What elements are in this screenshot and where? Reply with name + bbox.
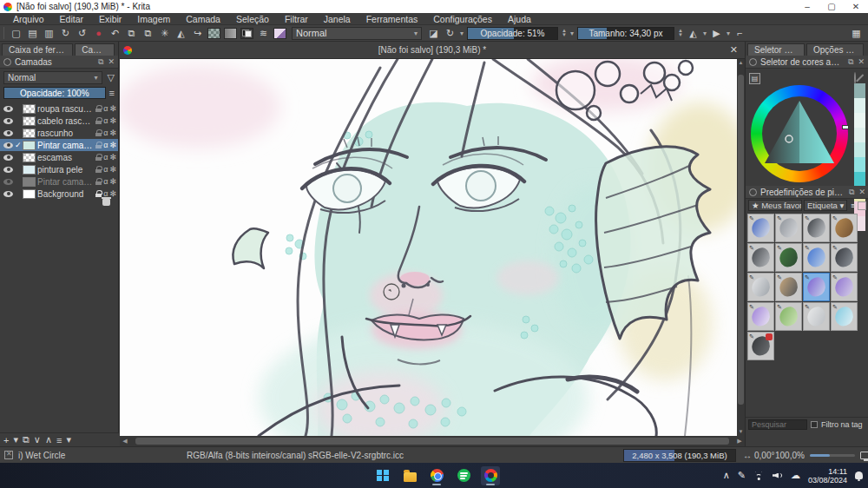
color-history-swatch[interactable]	[854, 113, 865, 128]
layer-row[interactable]: ✓ Pintar camad... α ✻	[0, 139, 118, 151]
scroll-left-icon[interactable]: ◀	[120, 438, 130, 445]
list-view-icon[interactable]: ≡	[851, 201, 856, 210]
menu-item[interactable]: Ajuda	[500, 14, 539, 24]
layer-visibility-eye-icon[interactable]	[3, 130, 13, 136]
brush-preset[interactable]: ✎	[831, 273, 858, 301]
brush-preset[interactable]: ✎	[747, 302, 774, 331]
layer-visibility-eye-icon[interactable]	[3, 155, 13, 161]
brush-preset[interactable]: ✎	[747, 243, 774, 272]
menu-item[interactable]: Ferramentas	[358, 14, 426, 24]
layer-action-button[interactable]: ∧	[45, 434, 52, 445]
docker-lock-icon[interactable]	[3, 58, 11, 66]
layer-visibility-eye-icon[interactable]	[3, 142, 13, 148]
menu-item[interactable]: Janela	[316, 14, 358, 24]
layer-properties-icon[interactable]: ✻	[109, 165, 116, 174]
favorites-filter-button[interactable]: ★ Meus favor ▾	[748, 200, 802, 211]
chevron-down-icon[interactable]: ▾	[703, 30, 707, 37]
opacity-slider[interactable]: Opacidade: 51%	[467, 27, 558, 40]
close-docker-icon[interactable]: ✕	[108, 57, 115, 67]
layer-action-button[interactable]: +	[3, 435, 9, 445]
vertical-scroll-thumb[interactable]	[738, 75, 744, 405]
layer-action-button[interactable]: ▾	[66, 434, 71, 445]
layer-blend-mode-select[interactable]: Normal ▾	[3, 71, 102, 84]
toolbar-icon[interactable]: ↻	[57, 26, 74, 40]
layer-visibility-eye-icon[interactable]	[3, 118, 13, 124]
layer-thumbnail[interactable]	[23, 177, 36, 187]
brush-preset[interactable]: ✎	[803, 214, 830, 242]
alpha-lock-icon[interactable]: α	[103, 165, 108, 174]
no-color-icon[interactable]	[854, 72, 856, 84]
wifi-icon[interactable]	[753, 472, 765, 480]
scroll-up-icon[interactable]: ▲	[737, 59, 745, 67]
horizontal-mirror-icon[interactable]: ◭	[685, 26, 701, 40]
layer-row[interactable]: ✓ rascunho α ✻	[0, 127, 118, 139]
toolbar-icon[interactable]: ↺	[74, 26, 90, 40]
layer-lock-icon[interactable]	[95, 129, 102, 136]
color-history-swatch[interactable]	[854, 98, 865, 113]
dock-tab[interactable]: Seletor de cores ...	[747, 43, 805, 56]
close-docker-icon[interactable]: ✕	[858, 57, 865, 67]
brush-preset[interactable]: ✎	[747, 214, 774, 242]
alpha-lock-icon[interactable]: α	[103, 129, 108, 137]
close-tab-icon[interactable]: ✕	[723, 44, 745, 56]
menu-item[interactable]: Imagem	[129, 14, 178, 24]
chevron-down-icon[interactable]: ▾	[570, 30, 574, 37]
reload-preset-icon[interactable]: ↻	[442, 26, 458, 40]
layer-visibility-eye-icon[interactable]	[3, 106, 13, 112]
menu-item[interactable]: Camada	[178, 14, 228, 24]
layer-thumbnail[interactable]	[23, 165, 36, 175]
layer-visibility-eye-icon[interactable]	[3, 167, 13, 173]
layer-lock-icon[interactable]	[95, 190, 102, 197]
gradient-chooser-icon[interactable]	[224, 28, 237, 39]
layer-properties-icon[interactable]: ✻	[109, 104, 116, 113]
color-history-swatch[interactable]	[854, 128, 865, 142]
blend-mode-select[interactable]: Normal ▾	[292, 27, 422, 40]
eraser-mode-icon[interactable]: ◪	[425, 26, 442, 40]
horizontal-scrollbar[interactable]: ◀ ▶	[120, 436, 745, 446]
brush-preset[interactable]: ✎	[831, 243, 858, 272]
toolbar-icon[interactable]: ▤	[24, 26, 41, 40]
alpha-lock-icon[interactable]: α	[103, 141, 108, 149]
toolbar-icon[interactable]: ⧉	[123, 26, 140, 40]
menu-item[interactable]: Arquivo	[5, 14, 52, 24]
layer-options-icon[interactable]: ≡	[109, 88, 115, 98]
scroll-right-icon[interactable]: ▶	[734, 438, 745, 445]
wrap-around-icon[interactable]: ▶	[708, 26, 725, 40]
filter-funnel-icon[interactable]: ▽	[108, 72, 115, 83]
menu-item[interactable]: Exibir	[91, 14, 129, 24]
brush-preset[interactable]: ✎	[775, 214, 802, 242]
float-docker-icon[interactable]: ⧉	[848, 57, 853, 67]
size-spinner[interactable]: ▲▼	[678, 29, 683, 37]
opacity-spinner[interactable]: ▲▼	[562, 29, 567, 37]
layer-lock-icon[interactable]	[95, 142, 102, 148]
maximize-button[interactable]: ▢	[819, 2, 844, 11]
layer-row[interactable]: ✓ escamas α ✻	[0, 151, 118, 163]
tag-filter-button[interactable]: Etiqueta ▾	[804, 200, 847, 211]
rotation-icon[interactable]: ↔	[743, 451, 752, 460]
layer-thumbnail[interactable]	[23, 116, 36, 126]
grid-view-icon[interactable]	[858, 201, 866, 210]
alpha-lock-icon[interactable]: α	[103, 116, 108, 125]
layer-action-button[interactable]: ▾	[13, 434, 18, 445]
pen-icon[interactable]: ✎	[738, 470, 746, 481]
color-history-swatch[interactable]	[854, 83, 865, 98]
layer-row[interactable]: ✓ pintura pele α ✻	[0, 163, 118, 175]
edit-brush-settings-icon[interactable]	[273, 28, 286, 39]
layer-opacity-slider[interactable]: Opacidade: 100%	[3, 87, 106, 99]
dock-tab[interactable]: Opções da fe...	[806, 43, 864, 56]
vertical-scrollbar[interactable]: ▲ ▼	[737, 59, 745, 436]
color-history-swatch[interactable]	[854, 142, 865, 157]
size-slider[interactable]: Tamanho: 34,30 px	[577, 27, 674, 40]
menu-item[interactable]: Editar	[52, 14, 91, 24]
minimize-button[interactable]: –	[795, 2, 819, 11]
layer-thumbnail[interactable]	[23, 153, 36, 162]
toolbar-icon[interactable]: ↪	[189, 26, 206, 40]
toolbar-icon[interactable]: ▢	[8, 26, 24, 40]
toolbar-icon[interactable]: ⧉	[140, 26, 156, 40]
toolbar-icon[interactable]: ▥	[41, 26, 57, 40]
layer-lock-icon[interactable]	[95, 117, 102, 124]
brush-preset[interactable]: ✎	[775, 302, 802, 331]
layer-row[interactable]: ✓ Pintar camada 1 α ✻	[0, 175, 118, 188]
layer-action-button[interactable]: ⧉	[23, 434, 30, 445]
rotation-value[interactable]: 0,00°	[754, 451, 774, 460]
